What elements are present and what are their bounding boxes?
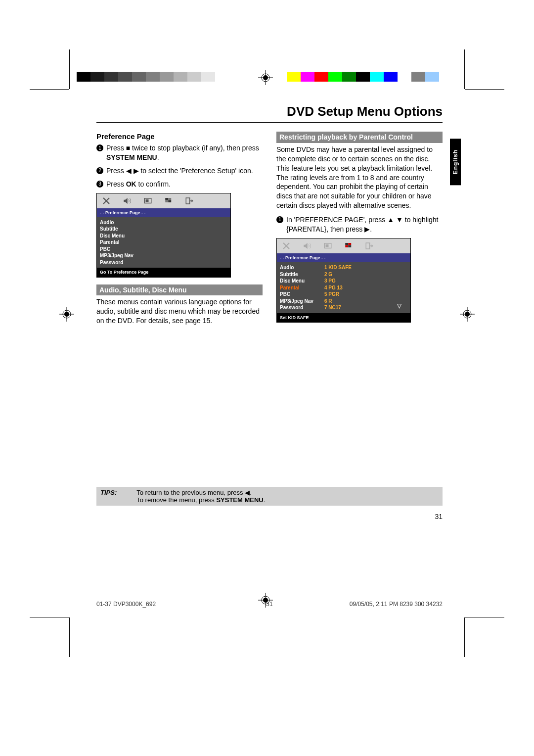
flag-icon <box>163 196 174 205</box>
svg-rect-20 <box>165 200 168 202</box>
footer-right: 09/05/05, 2:11 PM 8239 300 34232 <box>350 601 443 608</box>
exit-icon <box>184 196 195 205</box>
crop-mark <box>465 89 504 90</box>
svg-rect-29 <box>366 243 370 249</box>
svg-rect-18 <box>165 198 168 200</box>
crop-mark <box>69 617 70 657</box>
tips-text: To return to the previous menu, press ◀.… <box>136 489 265 504</box>
svg-rect-21 <box>168 200 171 202</box>
up-arrow-icon: ▲ <box>387 216 394 224</box>
step-text: Press OK to confirm. <box>106 180 263 189</box>
paragraph: Some DVDs may have a parental level assi… <box>276 145 443 210</box>
osd-icon-row <box>277 238 410 253</box>
svg-rect-24 <box>326 244 329 247</box>
osd-banner: - - Preference Page - - <box>97 208 230 217</box>
grayscale-colorbar <box>77 72 229 82</box>
osd-preference-page: - - Preference Page - - AudioSubtitleDis… <box>96 193 231 278</box>
svg-rect-28 <box>348 245 351 247</box>
step-number-icon: 1 <box>276 216 283 223</box>
registration-target-icon <box>59 307 74 322</box>
print-footer: 01-37 DVP3000K_692 31 09/05/05, 2:11 PM … <box>96 601 443 608</box>
speaker-icon <box>302 241 312 250</box>
crop-mark <box>69 49 70 89</box>
tools-icon <box>281 241 292 250</box>
crop-mark <box>464 617 465 657</box>
svg-rect-17 <box>146 199 149 202</box>
left-arrow-icon: ◀ <box>126 167 132 175</box>
heading-audio-subtitle: Audio, Subtitle, Disc Menu <box>96 284 263 296</box>
step-text: In 'PREFERENCE PAGE', press ▲ ▼ to highl… <box>286 215 443 234</box>
osd-menu-list: Audio1 KID SAFESubtitle2 GDisc Menu3 PGP… <box>277 262 410 313</box>
osd-parental-page: - - Preference Page - - Audio1 KID SAFES… <box>276 238 411 323</box>
language-tab: English <box>450 139 461 185</box>
stop-icon: ■ <box>126 144 130 152</box>
osd-footer: Set KID SAFE <box>277 313 410 322</box>
heading-parental-control: Restricting playback by Parental Control <box>276 132 443 143</box>
step-number-icon: 1 <box>96 144 103 151</box>
osd-banner: - - Preference Page - - <box>277 253 410 262</box>
page-content: DVD Setup Menu Options Preference Page 1… <box>96 104 443 520</box>
svg-rect-26 <box>348 243 351 245</box>
footer-filename: 01-37 DVP3000K_692 <box>96 601 156 608</box>
paragraph: These menus contain various language opt… <box>96 297 263 326</box>
tips-bar: TIPS: To return to the previous menu, pr… <box>96 487 443 506</box>
crop-mark <box>30 89 69 90</box>
osd-footer: Go To Preference Page <box>97 268 230 277</box>
cmyk-colorbar <box>287 72 439 82</box>
left-column: Preference Page 1 Press ■ twice to stop … <box>96 132 263 329</box>
flag-icon <box>343 241 354 250</box>
speaker-icon <box>122 196 133 205</box>
svg-rect-27 <box>345 245 348 247</box>
svg-rect-22 <box>186 198 190 204</box>
step-1: 1 In 'PREFERENCE PAGE', press ▲ ▼ to hig… <box>276 215 443 234</box>
tv-icon <box>142 196 153 205</box>
crop-mark <box>464 49 465 89</box>
page-title: DVD Setup Menu Options <box>96 104 443 123</box>
crop-mark <box>465 617 504 617</box>
page-number: 31 <box>96 513 443 520</box>
right-arrow-icon: ▶ <box>364 225 370 233</box>
down-arrow-icon: ▼ <box>396 216 403 224</box>
svg-rect-19 <box>168 198 171 200</box>
step-number-icon: 2 <box>96 167 103 174</box>
svg-rect-25 <box>345 243 348 245</box>
step-text: Press ◀ ▶ to select the 'Preference Setu… <box>106 166 263 176</box>
step-text: Press ■ twice to stop playback (if any),… <box>106 143 263 162</box>
crop-mark <box>30 617 69 617</box>
step-number-icon: 3 <box>96 181 103 188</box>
registration-target-icon <box>258 70 273 85</box>
tv-icon <box>322 241 333 250</box>
osd-menu-list: AudioSubtitleDisc MenuParentalPBCMP3/Jpe… <box>97 217 230 268</box>
step-2: 2 Press ◀ ▶ to select the 'Preference Se… <box>96 166 263 176</box>
registration-target-icon <box>460 307 475 322</box>
step-1: 1 Press ■ twice to stop playback (if any… <box>96 143 263 162</box>
footer-page: 31 <box>266 601 272 608</box>
left-arrow-icon: ◀ <box>245 489 250 496</box>
right-arrow-icon: ▶ <box>134 167 139 175</box>
exit-icon <box>364 241 375 250</box>
heading-preference-page: Preference Page <box>96 132 263 142</box>
tips-label: TIPS: <box>100 489 117 504</box>
tools-icon <box>101 196 112 205</box>
right-column: Restricting playback by Parental Control… <box>276 132 443 329</box>
osd-icon-row <box>97 193 230 208</box>
step-3: 3 Press OK to confirm. <box>96 180 263 189</box>
